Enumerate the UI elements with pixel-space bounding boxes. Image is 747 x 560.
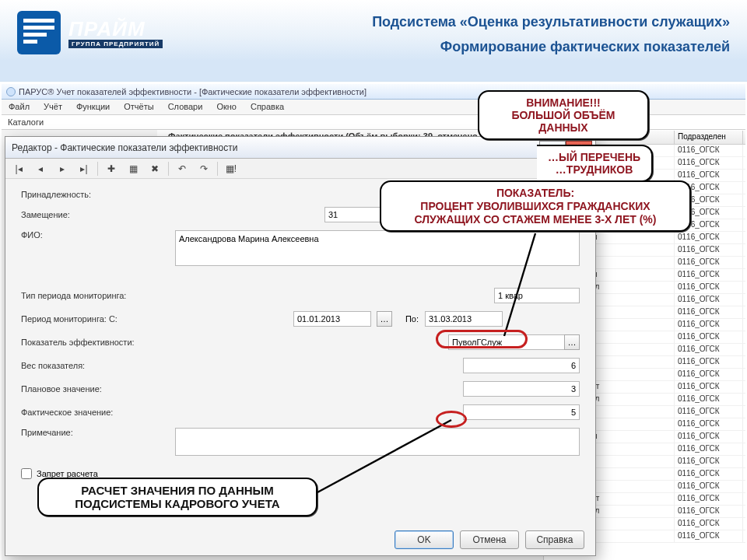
highlight-fact-value <box>436 411 467 428</box>
add-grid-icon[interactable]: ▦ <box>124 161 142 177</box>
ok-button[interactable]: OK <box>395 530 454 549</box>
highlight-indicator-value <box>436 330 528 348</box>
menu-item[interactable]: Словари <box>161 100 210 114</box>
period-from-field[interactable] <box>293 311 371 327</box>
indicator-lookup-button[interactable]: … <box>564 334 580 350</box>
calendar-icon[interactable]: ▦! <box>223 161 240 177</box>
label-fact: Фактическое значение: <box>21 408 177 417</box>
slide-title: Подсистема «Оценка результативности служ… <box>372 14 730 30</box>
menu-item[interactable]: Учёт <box>37 100 69 114</box>
undo-icon[interactable]: ↶ <box>174 161 191 177</box>
editor-toolbar: |◂ ◂ ▸ ▸| ✚ ▦ ✖ ↶ ↷ ▦! <box>5 159 595 179</box>
period-to-field[interactable] <box>425 311 503 327</box>
label-substitution: Замещение: <box>21 210 177 219</box>
label-fio: ФИО: <box>21 230 175 240</box>
nav-next-icon[interactable]: ▸ <box>54 161 71 177</box>
menu-item[interactable]: Отчёты <box>117 100 160 114</box>
plan-value-field[interactable] <box>463 381 580 397</box>
delete-icon[interactable]: ✖ <box>146 161 163 177</box>
svg-rect-1 <box>23 19 54 23</box>
svg-rect-4 <box>23 40 37 44</box>
help-button[interactable]: Справка <box>525 530 584 549</box>
label-montype: Тип периода мониторинга: <box>21 291 177 300</box>
note-field[interactable] <box>175 428 580 456</box>
parus-icon <box>6 87 16 96</box>
svg-rect-2 <box>23 26 54 30</box>
label-note: Примечание: <box>21 428 175 437</box>
slide-subtitle: Формирование фактических показателей <box>440 39 730 55</box>
menu-item[interactable]: Справка <box>244 100 291 114</box>
editor-title: Редактор - Фактические показатели эффект… <box>12 142 237 153</box>
label-period-to: По: <box>398 314 419 324</box>
nav-last-icon[interactable]: ▸| <box>75 161 93 177</box>
brand-name: ПРАЙМ <box>68 17 163 41</box>
nav-prev-icon[interactable]: ◂ <box>32 161 49 177</box>
callout-warning: ВНИМАНИЕ!!! БОЛЬШОЙ ОБЪЁМ ДАННЫХ <box>478 90 649 140</box>
fio-field[interactable]: Александрова Марина Алексеевна <box>175 230 580 266</box>
weight-field[interactable] <box>463 358 580 373</box>
editor-titlebar[interactable]: Редактор - Фактические показатели эффект… <box>5 137 595 159</box>
redo-icon[interactable]: ↷ <box>195 161 212 177</box>
nav-first-icon[interactable]: |◂ <box>10 161 27 177</box>
menu-item[interactable]: Функции <box>69 100 117 114</box>
cancel-button[interactable]: Отмена <box>460 530 519 549</box>
slide-banner: ПРАЙМ ГРУППА ПРЕДПРИЯТИЙ Подсистема «Оце… <box>0 0 747 82</box>
label-weight: Вес показателя: <box>21 361 177 370</box>
svg-rect-3 <box>23 33 47 37</box>
grid-header-dept[interactable]: Подразделен <box>675 131 743 144</box>
label-indicator: Показатель эффективности: <box>21 338 177 347</box>
callout-calc: РАСЧЕТ ЗНАЧЕНИЯ ПО ДАННЫМ ПОДСИСТЕМЫ КАД… <box>37 478 317 516</box>
callout-employee-list: …ЫЙ ПЕРЕЧЕНЬ …ТРУДНИКОВ <box>537 145 653 182</box>
period-from-picker-button[interactable]: … <box>377 311 392 327</box>
menu-item[interactable]: Окно <box>209 100 244 114</box>
fact-value-field[interactable] <box>463 404 580 420</box>
label-belonging: Принадлежность: <box>21 190 177 199</box>
label-plan: Плановое значение: <box>21 384 177 394</box>
monitoring-type-field[interactable] <box>494 288 580 303</box>
callout-indicator: ПОКАЗАТЕЛЬ: ПРОЦЕНТ УВОЛИВШИХСЯ ГРАЖДАНС… <box>380 180 691 232</box>
add-icon[interactable]: ✚ <box>103 161 120 177</box>
main-window-title: ПАРУС® Учет показателей эффективности - … <box>19 84 366 100</box>
lock-calc-checkbox[interactable] <box>21 468 32 479</box>
brand-tagline: ГРУППА ПРЕДПРИЯТИЙ <box>68 40 163 48</box>
menu-item[interactable]: Файл <box>2 100 37 114</box>
brand-logo: ПРАЙМ ГРУППА ПРЕДПРИЯТИЙ <box>17 11 163 54</box>
label-period-from: Период мониторинга: С: <box>21 314 177 324</box>
